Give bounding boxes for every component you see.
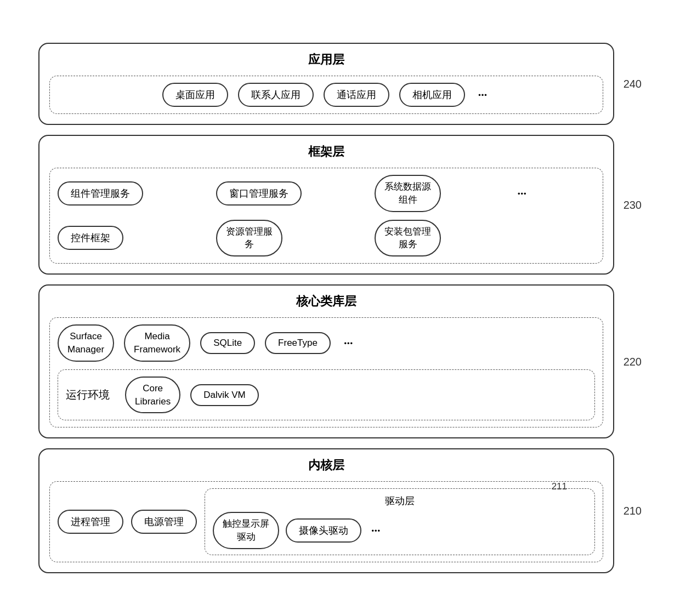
framework-layer-inner: 组件管理服务 窗口管理服务 系统数据源组件 ··· 控件框架 资源管理服务 安装… [49, 168, 603, 264]
app-item-contacts: 联系人应用 [238, 83, 314, 107]
core-layer-wrapper: 核心类库层 SurfaceManager MediaFramework SQLi… [38, 284, 642, 438]
framework-layer-wrapper: 框架层 组件管理服务 窗口管理服务 系统数据源组件 ··· 控件框架 资源管理服… [38, 135, 642, 275]
fw-package-mgr: 安装包管理服务 [375, 220, 441, 257]
core-bottom-row: 运行环境 CoreLibraries Dalvik VM [58, 369, 595, 421]
driver-touchscreen: 触控显示屏驱动 [213, 512, 279, 549]
core-top-row: SurfaceManager MediaFramework SQLite Fre… [58, 324, 595, 362]
driver-items-row: 触控显示屏驱动 摄像头驱动 ··· [213, 512, 587, 549]
kernel-layer-inner: 进程管理 电源管理 211 驱动层 触控显示屏驱动 摄像头驱动 ··· [49, 481, 603, 562]
fw-widget-framework: 控件框架 [58, 226, 123, 250]
driver-camera: 摄像头驱动 [286, 518, 361, 543]
framework-layer-number: 230 [620, 199, 642, 210]
application-layer-box: 应用层 桌面应用 联系人应用 通话应用 相机应用 ··· [38, 43, 614, 125]
kernel-layer-box: 内核层 进程管理 电源管理 211 驱动层 触控显示屏驱动 摄像头驱动 ··· [38, 448, 614, 573]
kernel-layer-title: 内核层 [49, 457, 603, 474]
core-freetype: FreeType [265, 332, 331, 354]
fw-component-mgr: 组件管理服务 [58, 181, 143, 206]
application-layer-inner: 桌面应用 联系人应用 通话应用 相机应用 ··· [49, 76, 603, 114]
driver-box-title: 驱动层 [213, 494, 587, 507]
driver-ellipsis: ··· [368, 523, 384, 538]
kernel-layer-number: 210 [620, 505, 642, 516]
app-item-desktop: 桌面应用 [162, 83, 228, 107]
architecture-diagram: 应用层 桌面应用 联系人应用 通话应用 相机应用 ··· 240 框架层 组件管… [38, 43, 642, 573]
application-layer-title: 应用层 [49, 52, 603, 68]
kernel-power-mgr: 电源管理 [131, 510, 197, 534]
core-layer-title: 核心类库层 [49, 293, 603, 310]
fw-window-mgr: 窗口管理服务 [216, 181, 302, 206]
core-libraries: CoreLibraries [125, 377, 180, 414]
application-layer-wrapper: 应用层 桌面应用 联系人应用 通话应用 相机应用 ··· 240 [38, 43, 642, 125]
kernel-process-mgr: 进程管理 [58, 510, 123, 534]
core-media-framework: MediaFramework [124, 324, 190, 362]
kernel-layer-wrapper: 内核层 进程管理 电源管理 211 驱动层 触控显示屏驱动 摄像头驱动 ··· … [38, 448, 642, 573]
core-surface-manager: SurfaceManager [58, 324, 114, 362]
core-sqlite: SQLite [200, 332, 255, 354]
fw-ellipsis: ··· [514, 186, 530, 201]
app-item-camera: 相机应用 [399, 83, 465, 107]
kernel-driver-box: 211 驱动层 触控显示屏驱动 摄像头驱动 ··· [205, 488, 595, 555]
framework-layer-title: 框架层 [49, 144, 603, 160]
fw-resource-mgr: 资源管理服务 [216, 220, 282, 257]
fw-system-datasource: 系统数据源组件 [375, 175, 441, 212]
app-item-phone: 通话应用 [324, 83, 389, 107]
core-ellipsis: ··· [341, 336, 356, 350]
core-layer-number: 220 [620, 356, 642, 367]
framework-layer-box: 框架层 组件管理服务 窗口管理服务 系统数据源组件 ··· 控件框架 资源管理服… [38, 135, 614, 275]
core-dalvik-vm: Dalvik VM [190, 384, 259, 406]
driver-number-label: 211 [552, 481, 567, 492]
app-ellipsis: ··· [475, 88, 491, 102]
application-layer-number: 240 [620, 78, 642, 89]
core-layer-box: 核心类库层 SurfaceManager MediaFramework SQLi… [38, 284, 614, 438]
core-runtime-label: 运行环境 [66, 387, 110, 402]
core-layer-inner: SurfaceManager MediaFramework SQLite Fre… [49, 317, 603, 427]
